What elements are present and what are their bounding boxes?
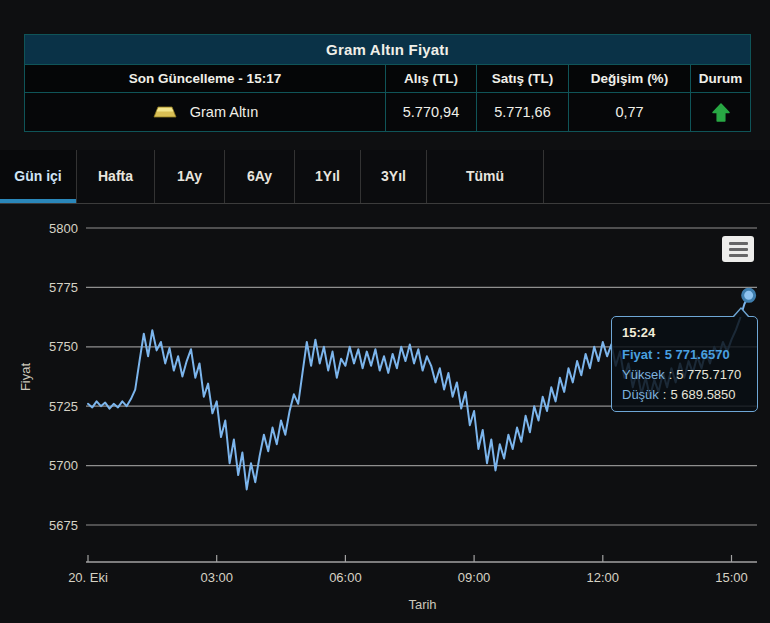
y-tick-label: 5725 xyxy=(49,399,78,414)
instrument-cell: Gram Altın xyxy=(25,93,386,132)
tab-1ay[interactable]: 1Ay xyxy=(155,150,225,203)
table-title: Gram Altın Fiyatı xyxy=(25,35,751,65)
x-tick-label: 20. Eki xyxy=(68,570,108,585)
last-point-marker[interactable] xyxy=(743,289,755,301)
durum-cell xyxy=(691,93,751,132)
y-axis-title: Fiyat xyxy=(18,363,33,392)
x-tick-label: 12:00 xyxy=(587,570,620,585)
tab-tumu[interactable]: Tümü xyxy=(427,150,544,203)
degisim-value: 0,77 xyxy=(569,93,691,132)
tooltip-row-fiyat: Fiyat:5 771.6570 xyxy=(622,347,747,362)
tab-gun-ici[interactable]: Gün içi xyxy=(0,150,77,203)
x-tick-label: 09:00 xyxy=(458,570,491,585)
y-tick-label: 5775 xyxy=(49,280,78,295)
period-tabbar: Gün içi Hafta 1Ay 6Ay 1Yıl 3Yıl Tümü xyxy=(0,150,770,204)
x-axis-title: Tarih xyxy=(408,597,436,612)
col-header-degisim: Değişim (%) xyxy=(569,65,691,93)
tab-1yil[interactable]: 1Yıl xyxy=(295,150,361,203)
x-tick-label: 15:00 xyxy=(715,570,748,585)
x-tick-label: 03:00 xyxy=(200,570,233,585)
y-tick-label: 5750 xyxy=(49,339,78,354)
y-tick-label: 5700 xyxy=(49,458,78,473)
table-row: Gram Altın 5.770,94 5.771,66 0,77 xyxy=(25,93,751,132)
tooltip-row-dusuk: Düşük:5 689.5850 xyxy=(622,387,747,402)
y-tick-label: 5675 xyxy=(49,518,78,533)
instrument-name: Gram Altın xyxy=(190,104,259,120)
satis-value: 5.771,66 xyxy=(477,93,569,132)
tab-hafta[interactable]: Hafta xyxy=(77,150,155,203)
tab-3yil[interactable]: 3Yıl xyxy=(361,150,427,203)
alis-value: 5.770,94 xyxy=(386,93,477,132)
chart-menu-button[interactable] xyxy=(722,236,754,262)
x-tick-label: 06:00 xyxy=(329,570,362,585)
col-header-son-guncelleme: Son Güncelleme - 15:17 xyxy=(25,65,386,93)
col-header-durum: Durum xyxy=(691,65,751,93)
gold-bar-icon xyxy=(152,104,178,120)
up-arrow-icon xyxy=(710,102,732,123)
tab-6ay[interactable]: 6Ay xyxy=(225,150,295,203)
y-tick-label: 5800 xyxy=(49,221,78,236)
chart-tooltip: 15:24 Fiyat:5 771.6570 Yüksek:5 775.7170… xyxy=(611,316,758,412)
tooltip-row-yuksek: Yüksek:5 775.7170 xyxy=(622,367,747,382)
price-chart[interactable]: 580057755750572557005675Fiyat20. Eki03:0… xyxy=(0,208,770,623)
col-header-alis: Alış (TL) xyxy=(386,65,477,93)
tooltip-time: 15:24 xyxy=(622,325,747,340)
col-header-satis: Satış (TL) xyxy=(477,65,569,93)
price-table: Gram Altın Fiyatı Son Güncelleme - 15:17… xyxy=(24,34,751,132)
